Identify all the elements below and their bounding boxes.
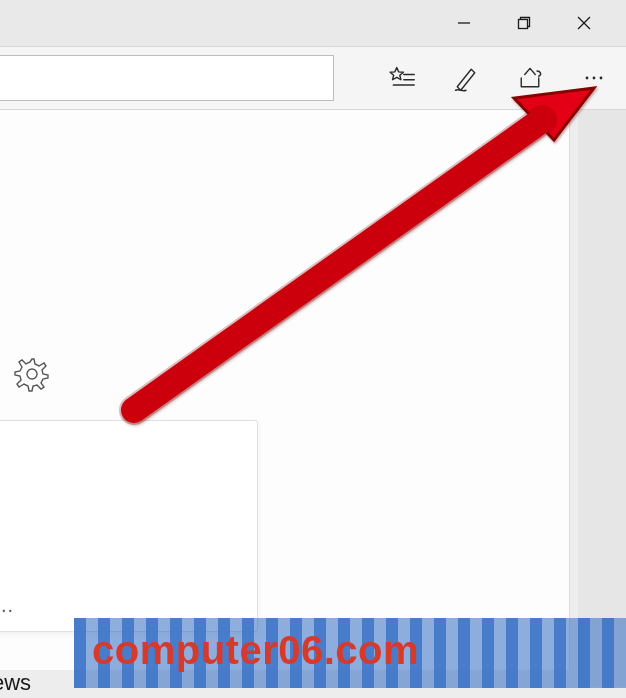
content-card[interactable]: .. xyxy=(0,420,258,632)
minimize-icon xyxy=(457,16,471,30)
web-note-button[interactable] xyxy=(448,60,484,96)
svg-point-10 xyxy=(600,77,603,80)
minimize-button[interactable] xyxy=(434,0,494,46)
restore-button[interactable] xyxy=(494,0,554,46)
card-ellipsis: .. xyxy=(1,594,14,617)
page-inner: .. ews xyxy=(0,110,569,670)
svg-marker-4 xyxy=(390,68,403,80)
svg-point-9 xyxy=(593,77,596,80)
close-button[interactable] xyxy=(554,0,614,46)
address-bar[interactable] xyxy=(0,55,334,101)
more-button[interactable] xyxy=(576,60,612,96)
share-button[interactable] xyxy=(512,60,548,96)
right-gutter xyxy=(578,46,626,686)
browser-toolbar xyxy=(0,46,626,110)
toolbar-icons xyxy=(384,60,626,96)
page-body: .. ews xyxy=(0,110,570,670)
svg-rect-1 xyxy=(519,20,528,29)
gear-icon xyxy=(14,356,50,392)
svg-point-11 xyxy=(27,369,37,379)
watermark-text: computer06.com xyxy=(74,618,419,688)
window-titlebar xyxy=(0,0,626,46)
share-icon xyxy=(516,64,544,92)
restore-icon xyxy=(517,16,531,30)
more-icon xyxy=(580,64,608,92)
pen-icon xyxy=(452,64,480,92)
hub-button[interactable] xyxy=(384,60,420,96)
screenshot-canvas: .. ews computer06.com xyxy=(0,0,626,698)
watermark-banner: computer06.com xyxy=(74,618,626,688)
partial-text-ews: ews xyxy=(0,670,31,696)
star-list-icon xyxy=(388,64,416,92)
svg-point-8 xyxy=(586,77,589,80)
close-icon xyxy=(577,16,591,30)
settings-button[interactable] xyxy=(14,356,50,396)
